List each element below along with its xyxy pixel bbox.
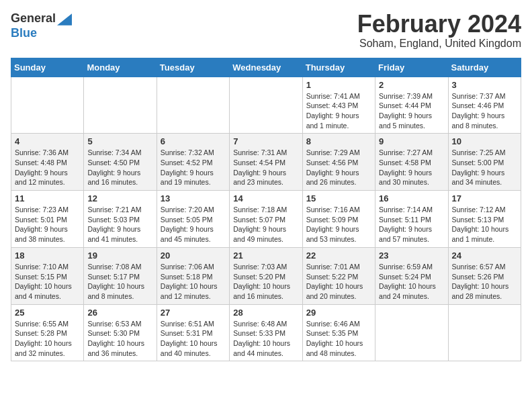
day-number: 10 [452, 136, 517, 146]
day-cell: 6Sunrise: 7:32 AMSunset: 4:52 PMDaylight… [157, 134, 229, 191]
day-cell: 25Sunrise: 6:55 AMSunset: 5:28 PMDayligh… [11, 304, 84, 361]
day-number: 26 [87, 308, 152, 318]
day-number: 7 [233, 136, 298, 146]
day-number: 4 [15, 136, 80, 146]
day-number: 25 [15, 308, 80, 318]
day-number: 22 [306, 250, 371, 261]
day-info: Sunrise: 6:48 AMSunset: 5:33 PMDaylight:… [233, 319, 298, 359]
day-info: Sunrise: 7:29 AMSunset: 4:56 PMDaylight:… [306, 148, 371, 187]
day-info: Sunrise: 6:53 AMSunset: 5:30 PMDaylight:… [87, 319, 152, 359]
day-cell: 11Sunrise: 7:23 AMSunset: 5:01 PMDayligh… [11, 191, 84, 248]
day-number: 29 [306, 308, 371, 318]
week-row-2: 4Sunrise: 7:36 AMSunset: 4:48 PMDaylight… [11, 134, 521, 191]
weekday-header-tuesday: Tuesday [157, 58, 229, 77]
day-cell: 15Sunrise: 7:16 AMSunset: 5:09 PMDayligh… [302, 191, 375, 248]
day-number: 19 [87, 250, 152, 261]
day-number: 2 [379, 80, 444, 90]
title-area: February 2024 Soham, England, United Kin… [357, 11, 521, 50]
weekday-header-friday: Friday [375, 58, 448, 77]
week-row-5: 25Sunrise: 6:55 AMSunset: 5:28 PMDayligh… [11, 304, 521, 361]
day-cell: 9Sunrise: 7:27 AMSunset: 4:58 PMDaylight… [375, 134, 448, 191]
day-number: 6 [161, 136, 226, 146]
day-number: 28 [233, 308, 298, 318]
day-cell: 29Sunrise: 6:46 AMSunset: 5:35 PMDayligh… [302, 304, 375, 361]
day-number: 5 [87, 136, 152, 146]
day-info: Sunrise: 7:16 AMSunset: 5:09 PMDaylight:… [306, 205, 371, 244]
day-info: Sunrise: 7:31 AMSunset: 4:54 PMDaylight:… [233, 148, 298, 187]
day-info: Sunrise: 7:18 AMSunset: 5:07 PMDaylight:… [233, 205, 298, 244]
day-cell: 18Sunrise: 7:10 AMSunset: 5:15 PMDayligh… [11, 247, 84, 304]
week-row-4: 18Sunrise: 7:10 AMSunset: 5:15 PMDayligh… [11, 247, 521, 304]
day-cell: 16Sunrise: 7:14 AMSunset: 5:11 PMDayligh… [375, 191, 448, 248]
day-cell: 4Sunrise: 7:36 AMSunset: 4:48 PMDaylight… [11, 134, 84, 191]
day-cell: 10Sunrise: 7:25 AMSunset: 5:00 PMDayligh… [448, 134, 521, 191]
calendar: SundayMondayTuesdayWednesdayThursdayFrid… [11, 58, 521, 362]
day-info: Sunrise: 7:34 AMSunset: 4:50 PMDaylight:… [87, 148, 152, 187]
logo-icon [57, 12, 72, 27]
day-cell: 24Sunrise: 6:57 AMSunset: 5:26 PMDayligh… [448, 247, 521, 304]
day-number: 27 [161, 308, 226, 318]
day-info: Sunrise: 7:01 AMSunset: 5:22 PMDaylight:… [306, 262, 371, 302]
day-number: 21 [233, 250, 298, 261]
day-number: 14 [233, 193, 298, 203]
day-info: Sunrise: 7:14 AMSunset: 5:11 PMDaylight:… [379, 205, 444, 244]
day-number: 20 [161, 250, 226, 261]
weekday-header-monday: Monday [84, 58, 157, 77]
day-cell: 20Sunrise: 7:06 AMSunset: 5:18 PMDayligh… [157, 247, 229, 304]
logo-general-text: General [11, 12, 56, 26]
day-info: Sunrise: 7:25 AMSunset: 5:00 PMDaylight:… [452, 148, 517, 187]
weekday-header-wednesday: Wednesday [230, 58, 302, 77]
day-number: 8 [306, 136, 371, 146]
day-info: Sunrise: 7:36 AMSunset: 4:48 PMDaylight:… [15, 148, 80, 187]
day-number: 23 [379, 250, 444, 261]
day-cell [375, 304, 448, 361]
day-cell: 12Sunrise: 7:21 AMSunset: 5:03 PMDayligh… [84, 191, 157, 248]
day-info: Sunrise: 7:08 AMSunset: 5:17 PMDaylight:… [87, 262, 152, 302]
day-number: 1 [306, 80, 371, 90]
day-cell: 28Sunrise: 6:48 AMSunset: 5:33 PMDayligh… [230, 304, 302, 361]
day-number: 11 [15, 193, 80, 203]
day-info: Sunrise: 7:03 AMSunset: 5:20 PMDaylight:… [233, 262, 298, 302]
day-cell: 17Sunrise: 7:12 AMSunset: 5:13 PMDayligh… [448, 191, 521, 248]
logo-blue-text: Blue [11, 26, 37, 40]
day-info: Sunrise: 7:23 AMSunset: 5:01 PMDaylight:… [15, 205, 80, 244]
day-cell: 14Sunrise: 7:18 AMSunset: 5:07 PMDayligh… [230, 191, 302, 248]
svg-marker-0 [57, 13, 72, 26]
day-number: 15 [306, 193, 371, 203]
day-info: Sunrise: 7:27 AMSunset: 4:58 PMDaylight:… [379, 148, 444, 187]
day-cell [448, 304, 521, 361]
day-cell: 2Sunrise: 7:39 AMSunset: 4:44 PMDaylight… [375, 77, 448, 134]
day-cell [11, 77, 84, 134]
day-cell [157, 77, 229, 134]
weekday-header-sunday: Sunday [11, 58, 84, 77]
day-info: Sunrise: 6:57 AMSunset: 5:26 PMDaylight:… [452, 262, 517, 302]
day-number: 17 [452, 193, 517, 203]
day-info: Sunrise: 7:37 AMSunset: 4:46 PMDaylight:… [452, 91, 517, 131]
day-cell: 3Sunrise: 7:37 AMSunset: 4:46 PMDaylight… [448, 77, 521, 134]
day-info: Sunrise: 6:51 AMSunset: 5:31 PMDaylight:… [161, 319, 226, 359]
header: General Blue February 2024 Soham, Englan… [11, 11, 521, 50]
logo: General Blue [11, 11, 72, 40]
week-row-3: 11Sunrise: 7:23 AMSunset: 5:01 PMDayligh… [11, 191, 521, 248]
day-info: Sunrise: 7:21 AMSunset: 5:03 PMDaylight:… [87, 205, 152, 244]
day-cell: 7Sunrise: 7:31 AMSunset: 4:54 PMDaylight… [230, 134, 302, 191]
day-cell [230, 77, 302, 134]
day-number: 16 [379, 193, 444, 203]
day-cell: 21Sunrise: 7:03 AMSunset: 5:20 PMDayligh… [230, 247, 302, 304]
day-number: 24 [452, 250, 517, 261]
day-number: 13 [161, 193, 226, 203]
day-info: Sunrise: 7:39 AMSunset: 4:44 PMDaylight:… [379, 91, 444, 131]
day-cell: 19Sunrise: 7:08 AMSunset: 5:17 PMDayligh… [84, 247, 157, 304]
day-info: Sunrise: 6:46 AMSunset: 5:35 PMDaylight:… [306, 319, 371, 359]
day-cell: 13Sunrise: 7:20 AMSunset: 5:05 PMDayligh… [157, 191, 229, 248]
day-info: Sunrise: 7:10 AMSunset: 5:15 PMDaylight:… [15, 262, 80, 302]
week-row-1: 1Sunrise: 7:41 AMSunset: 4:43 PMDaylight… [11, 77, 521, 134]
day-number: 9 [379, 136, 444, 146]
month-title: February 2024 [357, 11, 521, 38]
day-number: 3 [452, 80, 517, 90]
weekday-header-row: SundayMondayTuesdayWednesdayThursdayFrid… [11, 58, 521, 77]
day-cell: 23Sunrise: 6:59 AMSunset: 5:24 PMDayligh… [375, 247, 448, 304]
day-cell: 8Sunrise: 7:29 AMSunset: 4:56 PMDaylight… [302, 134, 375, 191]
weekday-header-thursday: Thursday [302, 58, 375, 77]
day-cell: 27Sunrise: 6:51 AMSunset: 5:31 PMDayligh… [157, 304, 229, 361]
